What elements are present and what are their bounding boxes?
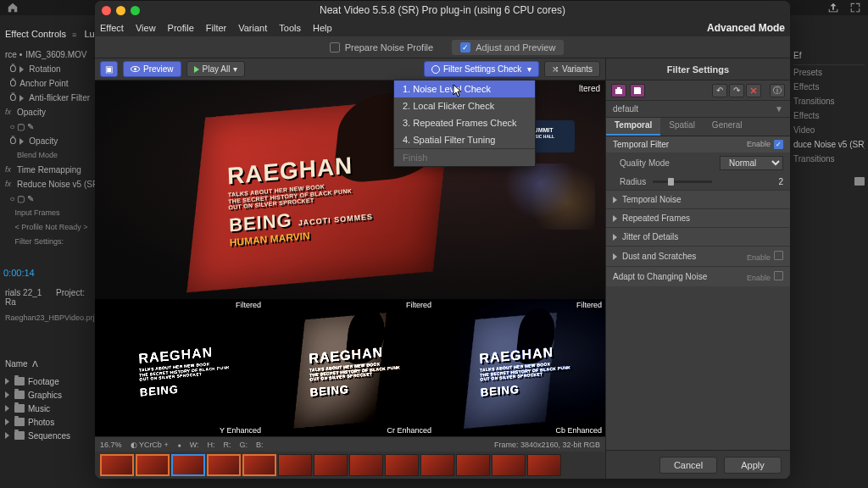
menu-help[interactable]: Help: [313, 23, 332, 33]
variants-button[interactable]: ⤭ Variants: [544, 61, 600, 77]
window-title: Neat Video 5.5.8 (SR) Pro plug-in (using…: [95, 4, 790, 16]
preset-name[interactable]: default▼: [606, 101, 790, 118]
section-repeated-frames[interactable]: Repeated Frames: [606, 208, 790, 227]
tab-general[interactable]: General: [704, 118, 751, 136]
dust-enable-check[interactable]: [774, 251, 783, 260]
bin-music[interactable]: Music: [5, 402, 98, 415]
screenshot-button[interactable]: ▣: [100, 61, 118, 77]
frame-thumbnails[interactable]: [95, 452, 605, 479]
section-adapt[interactable]: Adapt to Changing NoiseEnable: [606, 266, 790, 286]
plugin-window: Neat Video 5.5.8 (SR) Pro plug-in (using…: [95, 1, 790, 479]
effect-opacity[interactable]: fxOpacity: [5, 105, 97, 119]
frame-info: Frame: 3840x2160, 32-bit RGB: [494, 441, 600, 449]
preset-save-button[interactable]: [630, 84, 645, 97]
home-icon[interactable]: [7, 2, 19, 14]
effect-reducenoise[interactable]: fxReduce Noise v5 (SR): [5, 177, 97, 191]
bin-sequences[interactable]: Sequences: [5, 429, 98, 442]
fullscreen-icon[interactable]: [849, 2, 861, 14]
advanced-mode-label[interactable]: Advanced Mode: [707, 22, 785, 34]
dropdown-repeated-frames[interactable]: 3. Repeated Frames Check: [394, 114, 535, 131]
mouse-cursor: [453, 84, 463, 97]
tab-temporal[interactable]: Temporal: [606, 118, 660, 136]
cancel-button[interactable]: Cancel: [659, 457, 717, 474]
mode-prepare-profile[interactable]: Prepare Noise Profile: [321, 40, 442, 55]
radius-slider[interactable]: [653, 180, 712, 183]
filter-settings-check-button[interactable]: Filter Settings Check ▾: [424, 61, 539, 77]
export-icon[interactable]: [827, 2, 839, 14]
zoom-level[interactable]: 16.7%: [100, 441, 122, 449]
menu-tools[interactable]: Tools: [279, 23, 301, 33]
param-antiflicker[interactable]: Ŏ Anti-flicker Filter: [5, 91, 97, 105]
filter-settings-header: Filter Settings: [606, 58, 790, 80]
project-file: Raeghan23_HBPVideo.prj: [5, 313, 97, 322]
channel-cb[interactable]: RAEGHANTALKS ABOUT HER NEW BOOKTHE SECRE…: [436, 299, 605, 436]
menu-variant[interactable]: Variant: [238, 23, 267, 33]
dropdown-spatial-tuning[interactable]: 4. Spatial Filter Tuning: [394, 131, 535, 148]
temporal-enable-check[interactable]: [774, 140, 783, 149]
effect-timeremap[interactable]: fxTime Remapping: [5, 163, 97, 177]
input-frames-label: Input Frames: [5, 206, 97, 220]
name-column-header[interactable]: Name ᐱ: [5, 359, 38, 369]
gear-icon: [431, 65, 440, 74]
undo-button[interactable]: ↶: [712, 84, 727, 97]
section-temporal-noise[interactable]: Temporal Noise: [606, 190, 790, 208]
menubar: Effect View Profile Filter Variant Tools…: [95, 19, 790, 36]
temporal-filter-header: Temporal Filter Enable: [606, 136, 790, 152]
filtered-label: ltered: [579, 84, 600, 93]
filter-check-dropdown: 1. Noise Level Check 2. Local Flicker Ch…: [393, 80, 536, 167]
reset-button[interactable]: [746, 84, 761, 97]
titlebar[interactable]: Neat Video 5.5.8 (SR) Pro plug-in (using…: [95, 1, 790, 19]
quality-mode-param: Quality Mode Normal: [606, 152, 790, 174]
bin-footage[interactable]: Footage: [5, 374, 98, 388]
preview-button[interactable]: Preview: [123, 61, 181, 77]
param-rotation[interactable]: Ŏ Rotation: [5, 62, 97, 76]
menu-filter[interactable]: Filter: [206, 23, 226, 33]
channel-y[interactable]: RAEGHANTALKS ABOUT HER NEW BOOKTHE SECRE…: [95, 299, 264, 436]
section-jitter[interactable]: Jitter of Details: [606, 227, 790, 246]
redo-button[interactable]: ↷: [729, 84, 744, 97]
preview-toolbar: ▣ Preview Play All ▾ Filter Settings Che…: [95, 58, 605, 80]
menu-profile[interactable]: Profile: [168, 23, 194, 33]
bin-graphics[interactable]: Graphics: [5, 388, 98, 402]
mode-adjust-preview[interactable]: Adjust and Preview: [452, 40, 564, 55]
status-bar: 16.7% ◐ YCrCb + ⬥ W:H: R:G:B: Frame: 384…: [95, 436, 605, 452]
effect-controls-label: Effect Controls ≡ Lu: [5, 29, 95, 39]
dropdown-noise-level[interactable]: 1. Noise Level Check: [394, 80, 535, 97]
param-opacity[interactable]: Ŏ Opacity: [5, 134, 97, 148]
profile-status: < Profile Not Ready >: [5, 220, 97, 235]
channel-cr[interactable]: RAEGHANTALKS ABOUT HER NEW BOOKTHE SECRE…: [265, 299, 435, 436]
tab-spatial[interactable]: Spatial: [660, 118, 704, 136]
play-icon: [194, 66, 199, 73]
apply-button[interactable]: Apply: [724, 457, 782, 474]
bin-photos[interactable]: Photos: [5, 415, 98, 429]
preset-load-button[interactable]: [611, 84, 626, 97]
play-all-button[interactable]: Play All ▾: [186, 61, 246, 77]
section-dust[interactable]: Dust and ScratchesEnable: [606, 246, 790, 266]
timecode[interactable]: 0:00:14: [3, 268, 35, 278]
help-button[interactable]: ⓘ: [770, 84, 785, 97]
dropdown-finish[interactable]: Finish: [394, 148, 535, 166]
source-clip: rce • IMG_3609.MOV ▾ fl: [5, 47, 97, 62]
menu-view[interactable]: View: [136, 23, 156, 33]
color-space[interactable]: ◐ YCrCb +: [131, 441, 169, 449]
param-anchor[interactable]: Ŏ Anchor Point: [5, 76, 97, 91]
project-tab[interactable]: rials 22_1 Project: Ra: [5, 288, 97, 307]
menu-effect[interactable]: Effect: [100, 23, 124, 33]
adapt-enable-check[interactable]: [774, 271, 783, 280]
eye-icon: [131, 66, 140, 72]
radius-param: Radius 2: [606, 174, 790, 190]
quality-mode-select[interactable]: Normal: [720, 156, 783, 170]
dropdown-flicker-check[interactable]: 2. Local Flicker Check: [394, 97, 535, 114]
